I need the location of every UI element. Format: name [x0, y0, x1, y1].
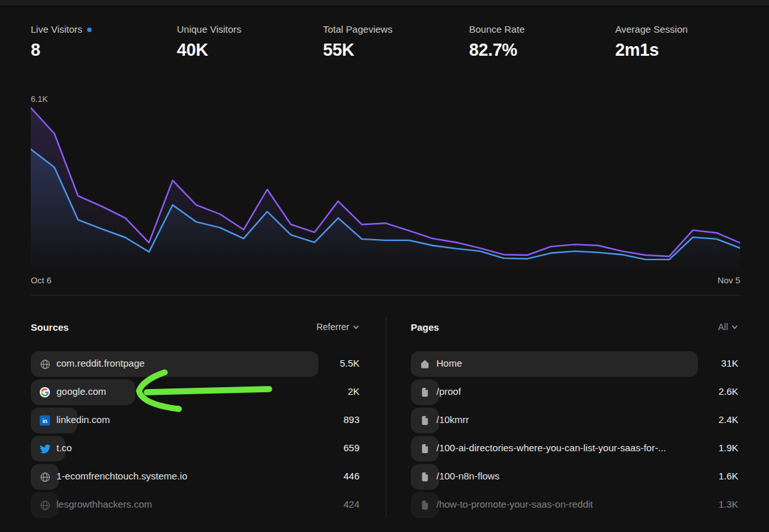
live-indicator-dot: [87, 28, 92, 32]
traffic-line-chart: [31, 103, 740, 270]
item-value: 1.9K: [718, 442, 738, 453]
list-item[interactable]: com.reddit.frontpage5.5K: [31, 351, 360, 377]
item-label: lesgrowthhackers.com: [56, 499, 152, 510]
globe-icon: [39, 471, 51, 483]
item-value: 2K: [348, 386, 360, 397]
sources-panel: Sources Referrer com.reddit.frontpage5.5…: [31, 320, 360, 520]
stat-label: Average Session: [615, 23, 688, 36]
column-divider: [386, 318, 386, 518]
item-label: Home: [436, 358, 462, 369]
x-axis: Oct 6 Nov 5: [31, 276, 740, 285]
item-value: 659: [343, 442, 360, 453]
item-label: com.reddit.frontpage: [56, 358, 145, 369]
stat-value: 40K: [177, 40, 323, 60]
globe-icon: [39, 358, 51, 370]
visitors-area: [31, 149, 740, 270]
stat-total-pageviews: Total Pageviews 55K: [323, 23, 469, 60]
item-value: 1.3K: [718, 499, 738, 510]
stat-label: Live Visitors: [31, 23, 83, 36]
list-item[interactable]: google.com2K: [31, 379, 360, 405]
breakdown-section: Sources Referrer com.reddit.frontpage5.5…: [31, 320, 738, 520]
section-divider: [31, 295, 740, 295]
chevron-down-icon: [731, 324, 738, 331]
google-icon: [39, 387, 51, 398]
page-icon: [419, 415, 431, 426]
globe-icon: [39, 499, 51, 511]
item-label: linkedin.com: [56, 414, 110, 425]
item-value: 893: [343, 414, 360, 425]
list-item[interactable]: /how-to-promote-your-saas-on-reddit1.3K: [411, 492, 738, 518]
item-value: 2.6K: [718, 386, 738, 397]
list-item[interactable]: /proof2.6K: [411, 379, 738, 405]
stat-unique-visitors: Unique Visitors 40K: [177, 23, 323, 60]
page-icon: [419, 387, 431, 398]
stat-label: Bounce Rate: [469, 23, 525, 36]
item-value: 446: [343, 470, 360, 481]
item-label: /10kmrr: [436, 414, 469, 425]
stats-header: Live Visitors 8 Unique Visitors 40K Tota…: [31, 23, 761, 60]
pages-filter-dropdown[interactable]: All: [718, 322, 738, 332]
pages-title: Pages: [411, 322, 439, 333]
stat-live-visitors: Live Visitors 8: [31, 23, 177, 60]
chevron-down-icon: [352, 324, 360, 331]
referrer-dropdown[interactable]: Referrer: [317, 322, 360, 332]
stat-bounce-rate: Bounce Rate 82.7%: [469, 23, 615, 60]
list-item[interactable]: Home31K: [411, 351, 738, 377]
item-label: /how-to-promote-your-saas-on-reddit: [436, 499, 593, 510]
list-item[interactable]: t.co659: [31, 436, 360, 461]
item-label: /proof: [436, 386, 461, 397]
pages-panel: Pages All Home31K/proof2.6K/10kmrr2.4K/1…: [411, 320, 738, 520]
list-item[interactable]: /10kmrr2.4K: [411, 408, 738, 433]
item-value: 424: [343, 499, 360, 510]
item-label: /100-ai-directories-where-you-can-list-y…: [436, 442, 666, 453]
stat-value: 2m1s: [615, 40, 761, 60]
window-top-edge: [0, 0, 769, 6]
item-label: 1-ecomfrenchtouch.systeme.io: [56, 470, 187, 481]
stat-label: Unique Visitors: [177, 23, 242, 36]
item-label: /100-n8n-flows: [436, 470, 499, 481]
item-value: 5.5K: [340, 358, 360, 369]
stat-value: 8: [31, 40, 177, 60]
item-label: t.co: [56, 442, 72, 453]
sources-title: Sources: [31, 322, 69, 333]
item-value: 31K: [721, 358, 738, 369]
list-item[interactable]: inlinkedin.com893: [31, 408, 360, 433]
list-item[interactable]: lesgrowthhackers.com424: [31, 492, 360, 518]
item-value: 1.6K: [718, 470, 738, 481]
stat-label: Total Pageviews: [323, 23, 392, 36]
list-item[interactable]: /100-ai-directories-where-you-can-list-y…: [411, 436, 738, 461]
pages-list: Home31K/proof2.6K/10kmrr2.4K/100-ai-dire…: [411, 351, 738, 518]
x-axis-end-label: Nov 5: [718, 276, 740, 285]
sources-list: com.reddit.frontpage5.5Kgoogle.com2Kinli…: [31, 351, 360, 518]
x-axis-start-label: Oct 6: [31, 276, 51, 285]
stat-value: 82.7%: [469, 40, 615, 60]
page-icon: [419, 499, 431, 511]
item-value: 2.4K: [718, 414, 738, 425]
stat-average-session: Average Session 2m1s: [615, 23, 761, 60]
list-item[interactable]: 1-ecomfrenchtouch.systeme.io446: [31, 464, 360, 490]
home-icon: [419, 358, 431, 370]
twitter-icon: [39, 443, 51, 454]
linkedin-icon: in: [39, 415, 51, 426]
page-icon: [419, 471, 431, 483]
svg-text:in: in: [42, 418, 47, 424]
page-icon: [419, 443, 431, 454]
list-item[interactable]: /100-n8n-flows1.6K: [411, 464, 738, 490]
item-label: google.com: [56, 386, 106, 397]
stat-value: 55K: [323, 40, 469, 60]
